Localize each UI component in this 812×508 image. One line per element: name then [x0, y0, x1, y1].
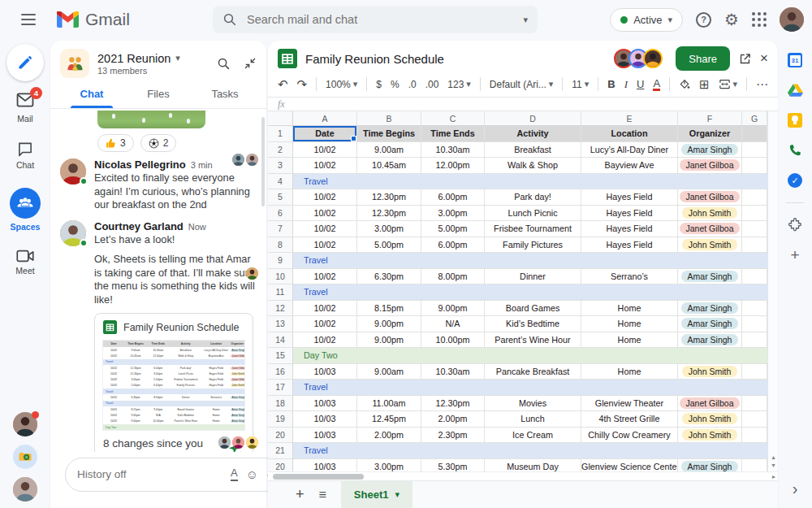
sheet-cell[interactable]: 2.00pm: [357, 428, 421, 444]
format-currency-button[interactable]: $: [376, 79, 382, 90]
scroll-up-icon[interactable]: ▲: [768, 454, 778, 462]
sheet-cell[interactable]: 10/02: [293, 237, 357, 254]
search-options-caret-icon[interactable]: ▾: [523, 15, 528, 25]
row-header[interactable]: 10: [268, 269, 293, 285]
select-all-corner[interactable]: [268, 111, 293, 125]
column-header-G[interactable]: G: [742, 111, 767, 125]
search-input[interactable]: [245, 12, 515, 27]
column-header-A[interactable]: A: [293, 111, 357, 125]
sheet-cell[interactable]: 8.00pm: [421, 269, 485, 285]
sheet-cell[interactable]: Amar Singh: [678, 301, 742, 317]
sheet-cell[interactable]: 10/03: [293, 459, 357, 472]
sheet-cell[interactable]: 2.30pm: [421, 428, 485, 444]
row-header[interactable]: 12: [268, 301, 293, 317]
contact-avatar[interactable]: [13, 477, 37, 501]
search-icon[interactable]: [217, 57, 231, 71]
sidebar-item-spaces[interactable]: Spaces: [0, 188, 50, 232]
row-header[interactable]: 5: [268, 189, 293, 206]
sheet-cell[interactable]: Janet Gilboa: [678, 158, 742, 174]
sheet-cell[interactable]: Breakfast: [485, 142, 581, 158]
sheet-cell[interactable]: Walk & Shop: [485, 158, 581, 174]
row-header[interactable]: 19: [268, 411, 293, 428]
sheet-cell[interactable]: [742, 428, 767, 444]
sheet-cell[interactable]: [742, 237, 767, 254]
sheet-cell[interactable]: John Smith: [678, 411, 742, 428]
sheet-cell[interactable]: John Smith: [678, 428, 742, 444]
sheet-cell[interactable]: [742, 332, 767, 349]
underline-button[interactable]: U: [637, 78, 644, 90]
sheet-cell[interactable]: [742, 459, 767, 472]
sheet-cell[interactable]: 6.30pm: [357, 269, 421, 285]
sheet-cell[interactable]: 10/03: [293, 364, 357, 380]
document-title[interactable]: Family Reunion Schedule: [305, 52, 611, 66]
emoji-icon[interactable]: ☺: [246, 467, 258, 481]
sheet-cell[interactable]: Home: [581, 316, 678, 332]
sheet-cell[interactable]: Amar Singh: [678, 316, 742, 332]
sheet-cell[interactable]: [742, 221, 767, 237]
format-percent-button[interactable]: %: [391, 79, 400, 90]
row-header[interactable]: 11: [268, 284, 293, 301]
sheet-cell[interactable]: Kid’s Bedtime: [485, 316, 581, 332]
row-header[interactable]: 13: [268, 316, 293, 332]
row-header[interactable]: 20: [268, 428, 293, 444]
sheet-cell[interactable]: Date: [293, 126, 357, 142]
scrollbar-thumb[interactable]: [273, 474, 364, 480]
voice-icon[interactable]: [787, 142, 803, 158]
borders-icon[interactable]: ⊞: [699, 77, 710, 92]
sheet-cell[interactable]: 12.45pm: [357, 411, 421, 428]
sheet-cell[interactable]: Time Begins: [357, 126, 421, 142]
get-addons-plus-icon[interactable]: +: [787, 247, 803, 263]
sheet-cell[interactable]: Time Ends: [421, 126, 485, 142]
sheet-cell[interactable]: [742, 189, 767, 206]
sheet-cell[interactable]: Park day!: [485, 189, 581, 206]
sheet-cell[interactable]: 10/03: [293, 396, 357, 412]
sheet-cell[interactable]: Amar Singh: [678, 269, 742, 285]
sheet-cell[interactable]: Family Pictures: [485, 237, 581, 254]
sheet-cell[interactable]: 10/02: [293, 206, 357, 222]
sheet-cell[interactable]: 5.00pm: [357, 237, 421, 254]
row-header[interactable]: 4: [268, 174, 293, 190]
sheet-cell[interactable]: 9.00pm: [421, 301, 485, 317]
sheet-cell[interactable]: [742, 364, 767, 380]
sheet-cell[interactable]: Frisbee Tournament: [485, 221, 581, 237]
google-apps-icon[interactable]: [752, 12, 767, 27]
row-header[interactable]: 9: [268, 253, 293, 269]
sheet-cell[interactable]: 3.00pm: [357, 221, 421, 237]
banner-row-travel[interactable]: Travel: [293, 443, 778, 459]
sheet-cell[interactable]: Organizer: [678, 126, 742, 142]
formula-bar[interactable]: fx: [268, 97, 778, 111]
sheet-cell[interactable]: Glenview Science Center: [581, 459, 678, 472]
row-header[interactable]: 2: [268, 142, 293, 158]
more-toolbar-icon[interactable]: ⋯: [756, 77, 768, 92]
tab-chat[interactable]: Chat: [58, 85, 125, 108]
banner-row-daytwo[interactable]: Day Two: [293, 348, 778, 364]
banner-row-travel[interactable]: Travel: [293, 284, 778, 301]
sheet-cell[interactable]: 3.00pm: [357, 459, 421, 472]
column-header-F[interactable]: F: [678, 111, 742, 125]
sheet-tab-menu-icon[interactable]: ▾: [395, 489, 400, 500]
sheet-cell[interactable]: Museum Day: [485, 459, 581, 472]
sheet-cell[interactable]: [742, 411, 767, 428]
banner-row-travel[interactable]: Travel: [293, 174, 778, 190]
close-icon[interactable]: ×: [760, 50, 768, 67]
tab-tasks[interactable]: Tasks: [192, 85, 258, 108]
sheet-cell[interactable]: Parent’s Wine Hour: [485, 332, 581, 349]
addons-puzzle-icon[interactable]: [787, 217, 803, 233]
sheet-cell[interactable]: [742, 301, 767, 317]
column-header-D[interactable]: D: [485, 111, 581, 125]
sheet-cell[interactable]: Ice Cream: [485, 428, 581, 444]
sheets-preview-card[interactable]: Family Reunion Schedule DateTime BeginsT…: [94, 313, 253, 452]
collaborator-avatar[interactable]: [643, 49, 663, 68]
sheet-cell[interactable]: 12.30pm: [357, 189, 421, 206]
sheet-cell[interactable]: Hayes Field: [581, 221, 678, 237]
fill-color-icon[interactable]: [679, 79, 690, 90]
sheet-cell[interactable]: Movies: [485, 396, 581, 412]
sheet-cell[interactable]: [742, 158, 767, 174]
add-sheet-icon[interactable]: +: [296, 486, 304, 503]
italic-button[interactable]: I: [624, 78, 628, 91]
sheet-cell[interactable]: Amar Singh: [678, 142, 742, 158]
help-icon[interactable]: ?: [696, 12, 711, 28]
sidebar-item-mail[interactable]: 4 Mail: [0, 93, 50, 124]
undo-icon[interactable]: ↶: [278, 77, 288, 92]
collapse-icon[interactable]: [244, 57, 257, 70]
